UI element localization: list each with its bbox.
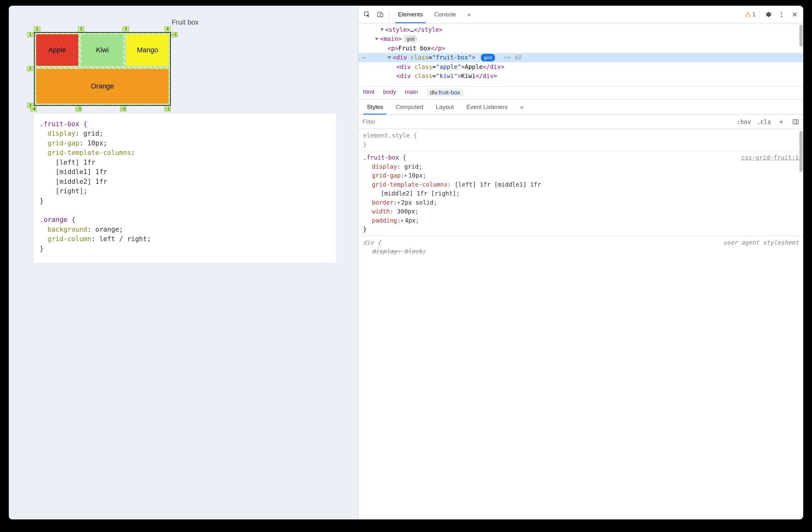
cell-mango: Mango	[127, 34, 169, 66]
cell-apple: Apple	[36, 34, 78, 66]
snippet-selector: .fruit-box {	[40, 120, 87, 128]
svg-rect-2	[380, 13, 383, 17]
tab-elements[interactable]: Elements	[393, 6, 428, 23]
css-prop[interactable]: grid-template-columns: [left] 1fr [middl…	[372, 180, 440, 189]
css-prop[interactable]: width: 300px;	[372, 207, 440, 216]
crumb-body[interactable]: body	[383, 88, 396, 97]
grid-col-label: 1	[34, 26, 40, 31]
ua-selector: div {	[363, 239, 381, 246]
devtools-toolbar: Elements Console » 1	[359, 6, 440, 23]
grid-col-neg-label: −2	[120, 107, 127, 111]
styles-subtabs: Styles Computed Layout Event Listeners »	[359, 99, 440, 115]
grid-col-label: 2	[78, 26, 84, 31]
tab-console[interactable]: Console	[429, 6, 440, 23]
brace-close: }	[363, 140, 440, 149]
css-snippet: .fruit-box { display: grid; grid-gap: 10…	[34, 114, 336, 263]
rule-selector[interactable]: .fruit-box {	[363, 154, 406, 161]
grid-row-label: 1	[27, 32, 33, 37]
grid-badge[interactable]: grid	[404, 35, 418, 42]
grid-row-label: 2	[27, 66, 33, 71]
dom-tree[interactable]: <style>…</style> <main>grid <p>Fruit box…	[359, 23, 440, 86]
grid-col-label: 4	[164, 26, 171, 31]
cell-kiwi: Kiwi	[82, 34, 124, 66]
subtab-computed[interactable]: Computed	[389, 99, 430, 114]
styles-filter-input[interactable]	[362, 117, 440, 127]
cell-orange: Orange	[36, 69, 169, 103]
crumb-selected[interactable]: div.fruit-box	[427, 88, 440, 97]
grid-col-neg-label: −3	[75, 107, 82, 111]
grid-row-neg-label: −1	[171, 32, 178, 37]
page-title: Fruit box	[34, 18, 336, 26]
css-prop[interactable]: grid-gap:10px;	[372, 171, 440, 180]
dom-selected-row[interactable]: ⋯ <div class="fruit-box"> grid == $0	[359, 53, 440, 62]
crumb-html[interactable]: html	[363, 88, 374, 97]
dom-breadcrumb: html body main div.fruit-box	[359, 86, 440, 99]
ua-prop-overridden: display: block;	[372, 247, 440, 256]
css-prop[interactable]: border:2px solid;	[372, 198, 440, 207]
grid-overlay-wrap: 1 2 3 4 1 2 3 −1 −4 −3 −2 −1 Apple Kiwi …	[34, 32, 171, 106]
css-prop[interactable]: padding:4px;	[372, 216, 440, 225]
css-prop-cont[interactable]: [middle2] 1fr [right];	[380, 189, 440, 198]
grid-col-label: 3	[122, 26, 129, 31]
subtab-styles[interactable]: Styles	[360, 99, 389, 114]
ellipsis-icon[interactable]: ⋯	[362, 53, 365, 62]
subtab-layout[interactable]: Layout	[430, 99, 440, 114]
fruit-box-grid: Apple Kiwi Mango Orange	[34, 32, 171, 106]
styles-filter-bar: :hov .cls	[359, 115, 440, 129]
grid-col-neg-label: −1	[164, 107, 171, 111]
grid-col-neg-label: −4	[30, 107, 37, 111]
crumb-main[interactable]: main	[405, 88, 418, 97]
app-window: Fruit box 1 2 3 4 1 2 3 −1 −4 −3 −2 −1 A…	[9, 6, 440, 283]
brace-close: }	[363, 225, 440, 234]
devtools-pane: Elements Console » 1 <style>…</style> <	[358, 6, 440, 283]
css-prop[interactable]: display: grid;	[372, 162, 440, 171]
device-toggle-icon[interactable]	[374, 9, 386, 20]
page-preview-pane: Fruit box 1 2 3 4 1 2 3 −1 −4 −3 −2 −1 A…	[9, 6, 358, 283]
element-style-label[interactable]: element.style {	[363, 132, 417, 139]
inspect-element-icon[interactable]	[361, 9, 373, 20]
styles-panel[interactable]: element.style { } css-grid-fruit:1 .frui…	[359, 129, 440, 283]
snippet-selector-2: .orange {	[40, 216, 75, 224]
